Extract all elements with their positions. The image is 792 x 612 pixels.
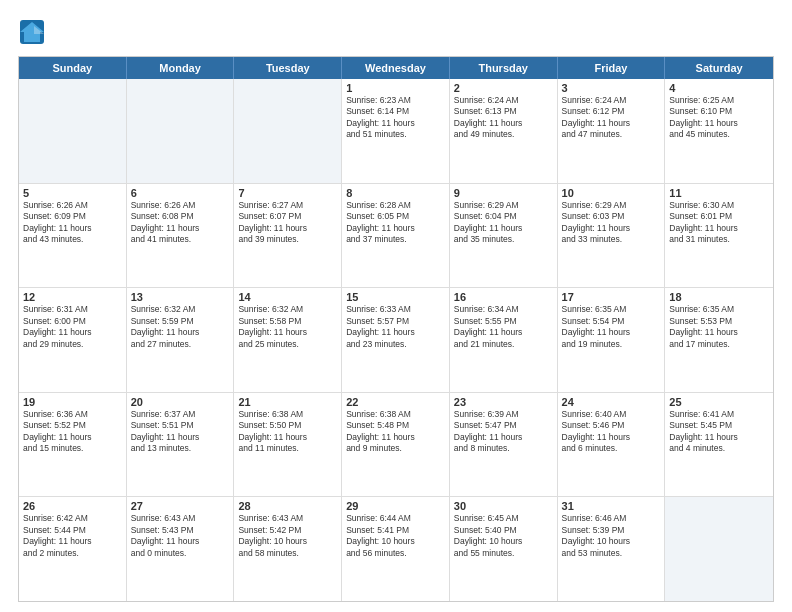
day-cell-3: 3Sunrise: 6:24 AM Sunset: 6:12 PM Daylig… [558,79,666,183]
day-info: Sunrise: 6:38 AM Sunset: 5:48 PM Dayligh… [346,409,445,455]
day-cell-15: 15Sunrise: 6:33 AM Sunset: 5:57 PM Dayli… [342,288,450,392]
day-info: Sunrise: 6:26 AM Sunset: 6:08 PM Dayligh… [131,200,230,246]
day-number: 13 [131,291,230,303]
day-cell-28: 28Sunrise: 6:43 AM Sunset: 5:42 PM Dayli… [234,497,342,601]
header-day-thursday: Thursday [450,57,558,79]
day-info: Sunrise: 6:34 AM Sunset: 5:55 PM Dayligh… [454,304,553,350]
day-cell-13: 13Sunrise: 6:32 AM Sunset: 5:59 PM Dayli… [127,288,235,392]
day-info: Sunrise: 6:40 AM Sunset: 5:46 PM Dayligh… [562,409,661,455]
day-info: Sunrise: 6:44 AM Sunset: 5:41 PM Dayligh… [346,513,445,559]
day-number: 24 [562,396,661,408]
day-number: 10 [562,187,661,199]
day-cell-29: 29Sunrise: 6:44 AM Sunset: 5:41 PM Dayli… [342,497,450,601]
day-info: Sunrise: 6:36 AM Sunset: 5:52 PM Dayligh… [23,409,122,455]
header-day-wednesday: Wednesday [342,57,450,79]
day-info: Sunrise: 6:31 AM Sunset: 6:00 PM Dayligh… [23,304,122,350]
day-info: Sunrise: 6:43 AM Sunset: 5:43 PM Dayligh… [131,513,230,559]
day-info: Sunrise: 6:29 AM Sunset: 6:03 PM Dayligh… [562,200,661,246]
day-info: Sunrise: 6:43 AM Sunset: 5:42 PM Dayligh… [238,513,337,559]
day-cell-11: 11Sunrise: 6:30 AM Sunset: 6:01 PM Dayli… [665,184,773,288]
day-number: 26 [23,500,122,512]
day-info: Sunrise: 6:35 AM Sunset: 5:54 PM Dayligh… [562,304,661,350]
day-info: Sunrise: 6:32 AM Sunset: 5:58 PM Dayligh… [238,304,337,350]
day-number: 17 [562,291,661,303]
calendar-header: SundayMondayTuesdayWednesdayThursdayFrid… [19,57,773,79]
day-cell-4: 4Sunrise: 6:25 AM Sunset: 6:10 PM Daylig… [665,79,773,183]
day-number: 11 [669,187,769,199]
header-day-friday: Friday [558,57,666,79]
empty-cell [127,79,235,183]
calendar-row-2: 12Sunrise: 6:31 AM Sunset: 6:00 PM Dayli… [19,288,773,393]
day-cell-9: 9Sunrise: 6:29 AM Sunset: 6:04 PM Daylig… [450,184,558,288]
logo [18,18,50,46]
day-info: Sunrise: 6:29 AM Sunset: 6:04 PM Dayligh… [454,200,553,246]
day-number: 22 [346,396,445,408]
day-cell-19: 19Sunrise: 6:36 AM Sunset: 5:52 PM Dayli… [19,393,127,497]
header-day-tuesday: Tuesday [234,57,342,79]
day-cell-7: 7Sunrise: 6:27 AM Sunset: 6:07 PM Daylig… [234,184,342,288]
day-cell-12: 12Sunrise: 6:31 AM Sunset: 6:00 PM Dayli… [19,288,127,392]
day-info: Sunrise: 6:35 AM Sunset: 5:53 PM Dayligh… [669,304,769,350]
day-cell-1: 1Sunrise: 6:23 AM Sunset: 6:14 PM Daylig… [342,79,450,183]
day-cell-10: 10Sunrise: 6:29 AM Sunset: 6:03 PM Dayli… [558,184,666,288]
day-number: 20 [131,396,230,408]
day-number: 15 [346,291,445,303]
day-number: 23 [454,396,553,408]
day-cell-20: 20Sunrise: 6:37 AM Sunset: 5:51 PM Dayli… [127,393,235,497]
calendar-row-4: 26Sunrise: 6:42 AM Sunset: 5:44 PM Dayli… [19,497,773,601]
day-number: 7 [238,187,337,199]
empty-cell [665,497,773,601]
day-info: Sunrise: 6:42 AM Sunset: 5:44 PM Dayligh… [23,513,122,559]
day-number: 8 [346,187,445,199]
day-info: Sunrise: 6:26 AM Sunset: 6:09 PM Dayligh… [23,200,122,246]
header-day-monday: Monday [127,57,235,79]
day-info: Sunrise: 6:46 AM Sunset: 5:39 PM Dayligh… [562,513,661,559]
day-number: 2 [454,82,553,94]
day-cell-8: 8Sunrise: 6:28 AM Sunset: 6:05 PM Daylig… [342,184,450,288]
calendar-row-0: 1Sunrise: 6:23 AM Sunset: 6:14 PM Daylig… [19,79,773,184]
day-number: 5 [23,187,122,199]
day-info: Sunrise: 6:25 AM Sunset: 6:10 PM Dayligh… [669,95,769,141]
day-number: 18 [669,291,769,303]
day-cell-2: 2Sunrise: 6:24 AM Sunset: 6:13 PM Daylig… [450,79,558,183]
header-day-sunday: Sunday [19,57,127,79]
day-info: Sunrise: 6:39 AM Sunset: 5:47 PM Dayligh… [454,409,553,455]
day-cell-26: 26Sunrise: 6:42 AM Sunset: 5:44 PM Dayli… [19,497,127,601]
day-number: 12 [23,291,122,303]
day-number: 9 [454,187,553,199]
calendar-row-3: 19Sunrise: 6:36 AM Sunset: 5:52 PM Dayli… [19,393,773,498]
header-day-saturday: Saturday [665,57,773,79]
day-info: Sunrise: 6:27 AM Sunset: 6:07 PM Dayligh… [238,200,337,246]
day-cell-22: 22Sunrise: 6:38 AM Sunset: 5:48 PM Dayli… [342,393,450,497]
day-info: Sunrise: 6:24 AM Sunset: 6:12 PM Dayligh… [562,95,661,141]
day-cell-17: 17Sunrise: 6:35 AM Sunset: 5:54 PM Dayli… [558,288,666,392]
day-info: Sunrise: 6:32 AM Sunset: 5:59 PM Dayligh… [131,304,230,350]
day-number: 31 [562,500,661,512]
calendar-row-1: 5Sunrise: 6:26 AM Sunset: 6:09 PM Daylig… [19,184,773,289]
day-cell-25: 25Sunrise: 6:41 AM Sunset: 5:45 PM Dayli… [665,393,773,497]
day-cell-18: 18Sunrise: 6:35 AM Sunset: 5:53 PM Dayli… [665,288,773,392]
day-number: 14 [238,291,337,303]
day-info: Sunrise: 6:30 AM Sunset: 6:01 PM Dayligh… [669,200,769,246]
day-cell-16: 16Sunrise: 6:34 AM Sunset: 5:55 PM Dayli… [450,288,558,392]
day-info: Sunrise: 6:38 AM Sunset: 5:50 PM Dayligh… [238,409,337,455]
day-number: 16 [454,291,553,303]
day-cell-30: 30Sunrise: 6:45 AM Sunset: 5:40 PM Dayli… [450,497,558,601]
day-number: 19 [23,396,122,408]
empty-cell [19,79,127,183]
header [18,18,774,46]
calendar: SundayMondayTuesdayWednesdayThursdayFrid… [18,56,774,602]
day-number: 4 [669,82,769,94]
day-info: Sunrise: 6:24 AM Sunset: 6:13 PM Dayligh… [454,95,553,141]
logo-icon [18,18,46,46]
day-number: 21 [238,396,337,408]
day-number: 25 [669,396,769,408]
day-info: Sunrise: 6:28 AM Sunset: 6:05 PM Dayligh… [346,200,445,246]
day-info: Sunrise: 6:33 AM Sunset: 5:57 PM Dayligh… [346,304,445,350]
day-number: 30 [454,500,553,512]
day-cell-23: 23Sunrise: 6:39 AM Sunset: 5:47 PM Dayli… [450,393,558,497]
day-info: Sunrise: 6:23 AM Sunset: 6:14 PM Dayligh… [346,95,445,141]
calendar-body: 1Sunrise: 6:23 AM Sunset: 6:14 PM Daylig… [19,79,773,601]
day-number: 1 [346,82,445,94]
day-cell-24: 24Sunrise: 6:40 AM Sunset: 5:46 PM Dayli… [558,393,666,497]
